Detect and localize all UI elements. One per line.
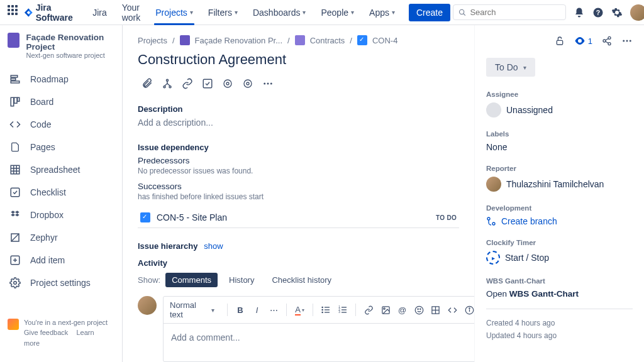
svg-point-61 [603,40,606,42]
hierarchy-show-link[interactable]: show [204,241,223,251]
svg-rect-47 [341,312,347,312]
sidebar-item-roadmap[interactable]: Roadmap [0,68,122,90]
breadcrumb-project[interactable]: Façade Renovation Pr... [195,36,282,45]
mention-icon[interactable]: @ [396,303,409,317]
svg-point-35 [270,83,272,85]
search-field[interactable] [470,8,560,17]
project-header[interactable]: Façade Renovation Project Next-gen softw… [0,33,122,68]
svg-line-64 [606,41,609,43]
logo[interactable]: Jira Software [24,3,76,23]
breadcrumb-epic[interactable]: Contracts [310,36,345,45]
gantt-link[interactable]: Open WBS Gantt-Chart [486,289,633,299]
svg-text:3: 3 [338,310,340,314]
reporter-field[interactable]: Thulazshini Tamilchelvan [486,177,633,192]
assignee-field[interactable]: Unassigned [486,102,633,118]
sidebar: Façade Renovation Project Next-gen softw… [0,25,123,362]
svg-line-17 [11,234,19,241]
svg-point-58 [469,307,469,308]
sidebar-item-pages[interactable]: Pages [0,136,122,158]
number-list-icon[interactable]: 123 [336,303,350,317]
svg-point-21 [14,282,17,285]
board-icon [9,96,21,108]
description-field[interactable]: Add a description... [138,118,459,128]
svg-rect-45 [341,307,347,307]
tab-history[interactable]: History [223,273,260,287]
user-avatar[interactable] [630,4,644,21]
more-actions-icon[interactable] [621,35,633,47]
subtask-button[interactable] [158,74,177,93]
nav-projects[interactable]: Projects▾ [149,0,199,25]
attach-button[interactable] [138,74,157,93]
reporter-label: Reporter [486,165,633,172]
sidebar-item-dropbox[interactable]: Dropbox [0,204,122,226]
nav-people[interactable]: People▾ [314,0,360,25]
watch-button[interactable]: 1 [574,35,592,47]
description-label: Description [138,104,459,114]
svg-rect-5 [11,79,16,80]
text-color-icon[interactable]: A▾ [293,303,306,317]
nav-your-work[interactable]: Your work [116,0,147,25]
svg-line-63 [606,38,609,40]
breadcrumb: Projects/ Façade Renovation Pr.../ Contr… [138,35,459,45]
create-branch-link[interactable]: Create branch [486,216,633,226]
gantt-label: WBS Gantt-Chart [486,277,633,285]
gear-button-1[interactable] [218,74,237,93]
nav-dashboards[interactable]: Dashboards▾ [247,0,313,25]
give-feedback-link[interactable]: Give feedback [24,329,68,336]
code-icon[interactable] [446,303,459,317]
svg-rect-41 [325,312,330,312]
notifications-icon[interactable] [574,7,585,18]
sidebar-item-board[interactable]: Board [0,90,122,113]
help-icon[interactable]: ? [592,7,604,18]
breadcrumb-key[interactable]: CON-4 [372,36,397,45]
settings-icon[interactable] [611,7,623,18]
text-style-select[interactable]: Normal text▾ [170,300,214,319]
clockify-button[interactable]: ▸Start / Stop [486,251,633,265]
table-icon[interactable] [430,303,443,317]
link-button[interactable] [178,74,197,93]
successor-item[interactable]: CON-5 - Site Plan TO DO [138,207,459,228]
link-icon[interactable] [362,303,375,317]
create-button[interactable]: Create [409,4,450,21]
tab-checklist-history[interactable]: Checklist history [265,273,338,287]
sidebar-item-zephyr[interactable]: Zephyr [0,226,122,249]
nextgen-icon [8,319,19,330]
more-format-icon[interactable]: ⋯ [267,303,280,317]
sidebar-item-settings[interactable]: Project settings [0,272,122,294]
svg-point-60 [608,36,611,39]
svg-rect-8 [14,97,18,103]
status-dropdown[interactable]: To Do▾ [486,58,535,77]
labels-field[interactable]: None [486,142,633,152]
nav-apps[interactable]: Apps▾ [363,0,401,25]
svg-line-27 [167,84,170,86]
svg-rect-6 [11,81,19,83]
gear-button-2[interactable] [238,74,257,93]
comment-editor: Normal text▾ B I ⋯ A▾ 123 [138,296,459,362]
sidebar-item-add[interactable]: Add item [0,249,122,272]
search-input[interactable] [453,4,566,20]
sidebar-item-checklist[interactable]: Checklist [0,181,122,204]
comment-textarea[interactable]: Add a comment... [164,324,474,361]
share-icon[interactable] [601,35,613,47]
more-button[interactable] [258,74,277,93]
issue-main: Projects/ Façade Renovation Pr.../ Contr… [123,25,474,362]
bold-icon[interactable]: B [234,303,247,317]
info-icon[interactable] [463,303,474,317]
lock-icon[interactable] [554,35,565,47]
sidebar-item-code[interactable]: Code [0,113,122,136]
nav-filters[interactable]: Filters▾ [202,0,244,25]
image-icon[interactable] [379,303,392,317]
italic-icon[interactable]: I [250,303,264,317]
breadcrumb-projects[interactable]: Projects [138,36,167,45]
app-switcher-icon[interactable] [8,5,18,20]
emoji-icon[interactable] [413,303,426,317]
checkbox-button[interactable] [198,74,217,93]
issue-title[interactable]: Construction Agreement [138,52,459,68]
sidebar-item-spreadsheet[interactable]: Spreadsheet [0,158,122,181]
tab-comments[interactable]: Comments [165,273,218,287]
svg-point-34 [267,83,269,85]
nav-jira[interactable]: Jira [86,0,113,25]
predecessors-note: No predecessor issues was found. [138,167,459,175]
bullet-list-icon[interactable] [319,303,333,317]
issue-sidebar: 1 To Do▾ Assignee Unassigned Labels None… [474,25,644,362]
